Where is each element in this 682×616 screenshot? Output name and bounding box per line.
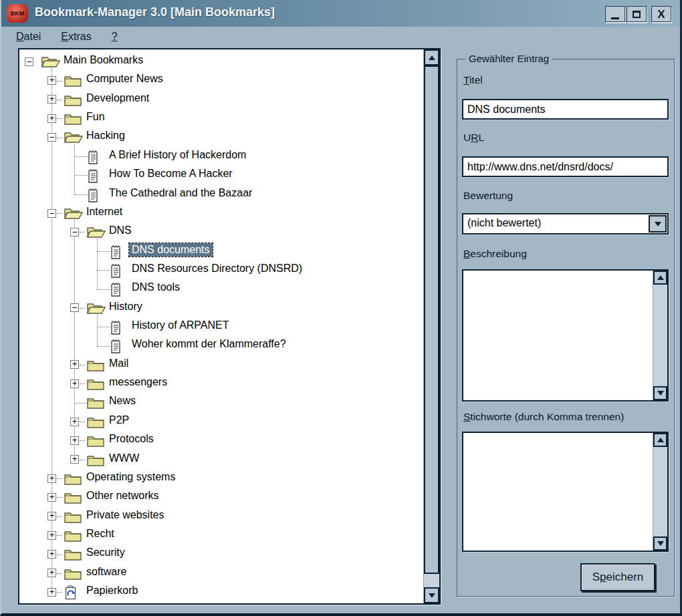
expand-toggle[interactable]: +: [47, 95, 56, 104]
tree-item-label[interactable]: P2P: [109, 414, 129, 426]
tree-item[interactable]: +Protocols: [19, 431, 423, 450]
tree-item-label[interactable]: messengers: [109, 376, 167, 388]
scroll-down-button[interactable]: [653, 386, 667, 400]
app-icon[interactable]: BKM: [7, 4, 28, 23]
tree-item[interactable]: −DNS: [19, 222, 423, 241]
tree-item[interactable]: +Recht: [19, 526, 423, 545]
tree-item-label[interactable]: Papierkorb: [86, 585, 138, 597]
expand-toggle[interactable]: +: [47, 588, 56, 597]
tree-item-label[interactable]: Protocols: [109, 433, 154, 445]
tree-item[interactable]: How To Become A Hacker: [19, 166, 423, 184]
tree-item-label[interactable]: Other networks: [86, 490, 158, 502]
titlebar[interactable]: BKM Bookmark-Manager 3.0 [Main Bookmarks…: [1, 0, 680, 27]
expand-toggle[interactable]: +: [47, 569, 56, 577]
dropdown-button[interactable]: [649, 215, 667, 233]
tree-item-label[interactable]: Private websites: [86, 509, 164, 521]
tree-item-label[interactable]: History: [109, 301, 142, 313]
tree-item[interactable]: −Main Bookmarks: [19, 52, 423, 71]
scroll-thumb[interactable]: [424, 65, 439, 574]
menu-help[interactable]: ?: [112, 31, 118, 43]
tree-item[interactable]: +Mail: [19, 355, 423, 374]
tree-item-label[interactable]: DNS tools: [132, 281, 180, 293]
tree-item-label[interactable]: History of ARPANET: [132, 319, 229, 331]
scroll-down-button[interactable]: [424, 587, 439, 603]
collapse-toggle[interactable]: −: [70, 303, 79, 312]
tree-item[interactable]: +software: [19, 564, 423, 583]
minimize-button[interactable]: [605, 6, 625, 22]
tree-item[interactable]: −Hacking: [19, 128, 423, 146]
tree-item-label[interactable]: How To Become A Hacker: [109, 168, 233, 180]
expand-toggle[interactable]: +: [47, 493, 56, 502]
collapse-toggle[interactable]: −: [47, 209, 56, 218]
collapse-toggle[interactable]: −: [25, 57, 33, 66]
rating-select[interactable]: (nicht bewertet): [462, 213, 669, 235]
scroll-up-button[interactable]: [424, 49, 439, 65]
tree-item[interactable]: +Other networks: [19, 488, 423, 506]
expand-toggle[interactable]: +: [70, 436, 79, 445]
tree-item-label[interactable]: Computer News: [86, 73, 163, 85]
tree-item-label[interactable]: DNS: [109, 224, 132, 237]
tree-item-label[interactable]: Mail: [109, 357, 128, 369]
tree-item-label[interactable]: Recht: [86, 528, 114, 540]
stichworte-scrollbar[interactable]: [653, 433, 667, 551]
tree-item[interactable]: +P2P: [19, 412, 423, 431]
beschreibung-textarea[interactable]: [463, 271, 653, 400]
save-button[interactable]: Speichern: [580, 563, 655, 591]
tree-scrollbar[interactable]: [423, 49, 439, 603]
tree-item-label[interactable]: Security: [86, 547, 125, 559]
expand-toggle[interactable]: +: [70, 379, 79, 388]
tree-item[interactable]: A Brief History of Hackerdom: [19, 147, 423, 166]
tree-item-label[interactable]: A Brief History of Hackerdom: [109, 149, 246, 161]
tree-item-label[interactable]: Main Bookmarks: [64, 54, 143, 66]
tree-item-label[interactable]: Hacking: [86, 130, 125, 142]
expand-toggle[interactable]: +: [70, 418, 79, 426]
expand-toggle[interactable]: +: [47, 114, 56, 123]
tree-item[interactable]: Woher kommt der Klammeraffe?: [19, 336, 423, 355]
tree-item-label[interactable]: software: [86, 566, 126, 578]
expand-toggle[interactable]: +: [70, 455, 79, 464]
tree-item-label[interactable]: WWW: [109, 452, 139, 464]
tree-item[interactable]: −History: [19, 299, 423, 317]
tree-item-label[interactable]: DNS documents: [129, 243, 213, 257]
tree-item[interactable]: −Internet: [19, 204, 423, 222]
tree-item[interactable]: +Operating systems: [19, 469, 423, 488]
scroll-down-button[interactable]: [653, 536, 667, 551]
tree-item-label[interactable]: Operating systems: [86, 471, 175, 483]
tree-item[interactable]: DNS documents: [19, 242, 423, 261]
tree-item[interactable]: +Development: [19, 90, 423, 109]
tree-item[interactable]: DNS Resources Directory (DNSRD): [19, 261, 423, 279]
url-input[interactable]: [462, 156, 669, 177]
tree-item[interactable]: +Papierkorb: [19, 583, 423, 601]
tree-item-label[interactable]: Woher kommt der Klammeraffe?: [132, 338, 286, 350]
tree-item-label[interactable]: News: [109, 395, 136, 407]
expand-toggle[interactable]: +: [47, 76, 56, 85]
close-button[interactable]: X: [651, 6, 671, 22]
tree-item[interactable]: +Private websites: [19, 507, 423, 526]
expand-toggle[interactable]: +: [47, 550, 56, 559]
menu-extras[interactable]: Extras: [61, 31, 91, 43]
tree-item[interactable]: News: [19, 393, 423, 412]
expand-toggle[interactable]: +: [47, 512, 56, 520]
tree-item[interactable]: +messengers: [19, 374, 423, 393]
tree-item[interactable]: +Computer News: [19, 71, 423, 90]
stichworte-textarea[interactable]: [463, 433, 653, 551]
tree-item[interactable]: +Fun: [19, 109, 423, 128]
titel-input[interactable]: [462, 99, 669, 120]
expand-toggle[interactable]: +: [47, 474, 56, 483]
tree-item-label[interactable]: Fun: [86, 111, 105, 123]
tree-item-label[interactable]: Internet: [86, 206, 122, 218]
collapse-toggle[interactable]: −: [47, 133, 56, 142]
expand-toggle[interactable]: +: [47, 531, 56, 540]
tree-item[interactable]: The Cathedral and the Bazaar: [19, 185, 423, 204]
menu-datei[interactable]: Datei: [16, 31, 41, 43]
expand-toggle[interactable]: +: [70, 360, 79, 369]
tree-item[interactable]: +Security: [19, 545, 423, 563]
maximize-button[interactable]: [627, 6, 647, 22]
beschreibung-scrollbar[interactable]: [653, 271, 667, 400]
collapse-toggle[interactable]: −: [70, 228, 79, 237]
tree-item-label[interactable]: DNS Resources Directory (DNSRD): [132, 263, 302, 275]
scroll-up-button[interactable]: [653, 271, 667, 285]
tree-item[interactable]: DNS tools: [19, 279, 423, 298]
scroll-up-button[interactable]: [653, 433, 667, 447]
tree-item[interactable]: +WWW: [19, 450, 423, 469]
